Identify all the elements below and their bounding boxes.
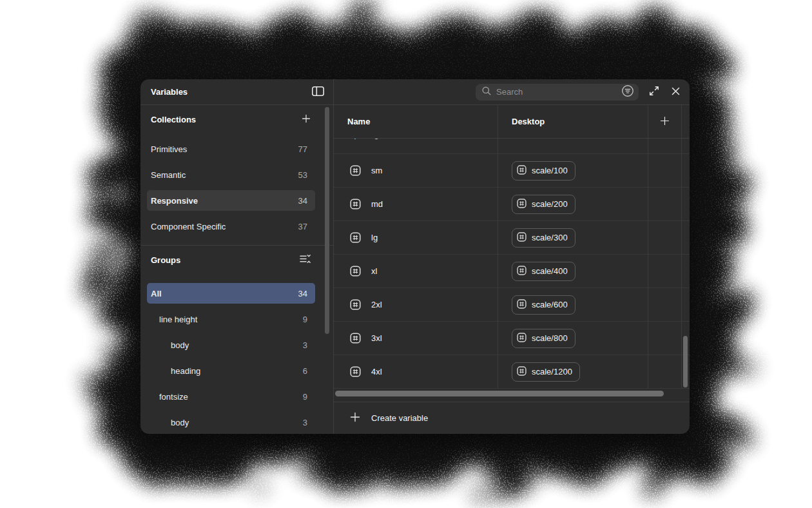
table-row[interactable]: lg scale/300 bbox=[334, 221, 690, 255]
variable-name-cell[interactable]: md bbox=[334, 188, 498, 220]
variable-token-icon bbox=[517, 165, 527, 177]
item-count: 37 bbox=[298, 222, 307, 231]
sidebar-item[interactable]: Component Specific 37 bbox=[140, 213, 333, 239]
create-variable-label: Create variable bbox=[371, 413, 428, 423]
vertical-scrollbar[interactable] bbox=[683, 336, 688, 387]
variable-value-cell[interactable]: scale/100 bbox=[498, 154, 648, 187]
sidebar-item[interactable]: Primitives 77 bbox=[140, 136, 333, 162]
value-token-label: scale/1200 bbox=[532, 367, 572, 376]
item-count: 34 bbox=[298, 289, 307, 298]
empty-cell bbox=[648, 355, 682, 388]
variable-name-cell[interactable]: lg bbox=[334, 221, 498, 254]
variable-token-icon bbox=[350, 199, 361, 210]
value-token-label: scale/400 bbox=[532, 266, 568, 276]
item-count: 3 bbox=[303, 418, 307, 427]
create-variable-button[interactable]: Create variable bbox=[334, 402, 690, 434]
value-token-pill[interactable]: scale/300 bbox=[512, 228, 575, 248]
item-count: 6 bbox=[303, 366, 307, 376]
groups-list: All 34 line height 9 bbox=[140, 280, 333, 434]
variable-name-cell[interactable]: sm bbox=[334, 154, 498, 187]
variable-value-cell[interactable]: scale/200 bbox=[498, 188, 648, 220]
sidebar-item[interactable]: body 3 bbox=[140, 332, 333, 358]
variable-token-icon bbox=[517, 333, 527, 344]
value-token-label: scale/600 bbox=[532, 300, 568, 309]
variable-value-cell[interactable]: scale/400 bbox=[498, 255, 648, 288]
horizontal-scrollbar[interactable] bbox=[335, 391, 664, 396]
value-token-pill[interactable]: scale/1200 bbox=[512, 362, 580, 382]
value-token-pill[interactable]: scale/400 bbox=[512, 262, 575, 281]
column-header-name: Name bbox=[334, 105, 498, 138]
expand-icon bbox=[648, 84, 661, 99]
variable-token-icon bbox=[350, 333, 361, 344]
value-token-pill[interactable]: scale/100 bbox=[512, 161, 575, 181]
collapse-list-icon bbox=[299, 253, 311, 266]
close-icon bbox=[670, 85, 682, 99]
table-row[interactable]: 2xl scale/600 bbox=[334, 288, 690, 322]
variable-value-cell[interactable]: scale/800 bbox=[498, 322, 648, 355]
groups-header: Groups bbox=[147, 249, 315, 270]
sidebar-item[interactable]: fontsize 9 bbox=[140, 384, 333, 409]
search-field[interactable] bbox=[476, 84, 639, 101]
variable-token-icon bbox=[350, 232, 361, 243]
table-row[interactable]: xl scale/400 bbox=[334, 255, 690, 288]
empty-cell bbox=[648, 154, 682, 187]
table-row[interactable]: md scale/200 bbox=[334, 188, 690, 221]
sidebar-item[interactable]: Semantic 53 bbox=[140, 162, 333, 188]
sidebar-item[interactable]: body 3 bbox=[140, 409, 333, 434]
sidebar-item[interactable]: Responsive 34 bbox=[140, 188, 333, 213]
collapse-groups-button[interactable] bbox=[299, 253, 311, 266]
value-token-label: scale/800 bbox=[532, 333, 568, 343]
panel-title: Variables bbox=[151, 87, 188, 97]
empty-cell bbox=[648, 288, 682, 321]
variable-name: xl bbox=[371, 266, 377, 276]
variable-name: lg bbox=[371, 233, 378, 242]
table-row[interactable]: sm scale/100 bbox=[334, 154, 690, 188]
page: Variables Collections bbox=[0, 0, 812, 508]
collections-section: Collections bbox=[140, 105, 333, 246]
value-token-label: scale/300 bbox=[532, 233, 568, 242]
add-mode-column[interactable] bbox=[648, 105, 682, 138]
search-input[interactable] bbox=[496, 87, 616, 97]
filter-icon bbox=[621, 84, 635, 100]
variable-name-cell[interactable]: xl bbox=[334, 255, 498, 288]
main-header bbox=[334, 79, 690, 105]
variables-modal: Variables Collections bbox=[140, 79, 690, 434]
plus-icon bbox=[301, 113, 311, 126]
value-token-pill[interactable]: scale/800 bbox=[512, 329, 575, 348]
table-row[interactable]: 3xl scale/800 bbox=[334, 322, 690, 355]
main-panel: Name Desktop spacing bbox=[334, 79, 690, 434]
horizontal-scrollbar-track bbox=[334, 389, 690, 402]
groups-section: Groups bbox=[140, 246, 333, 434]
variable-value-cell[interactable]: scale/1200 bbox=[498, 355, 648, 388]
value-token-pill[interactable]: scale/200 bbox=[512, 195, 575, 214]
value-token-pill[interactable]: scale/600 bbox=[512, 295, 575, 315]
variable-name-cell[interactable]: 4xl bbox=[334, 355, 498, 388]
toggle-sidebar-button[interactable] bbox=[311, 85, 325, 99]
item-count: 77 bbox=[298, 144, 307, 154]
item-count: 53 bbox=[298, 170, 307, 180]
variable-name-cell[interactable]: 3xl bbox=[334, 322, 498, 355]
close-button[interactable] bbox=[670, 85, 682, 99]
variable-token-icon bbox=[517, 366, 527, 378]
sidebar-item[interactable]: line height 9 bbox=[140, 306, 333, 332]
value-token-label: scale/100 bbox=[532, 166, 568, 175]
sidebar: Variables Collections bbox=[140, 79, 334, 434]
plus-icon bbox=[659, 115, 670, 128]
sidebar-item[interactable]: heading 6 bbox=[140, 358, 333, 384]
expand-button[interactable] bbox=[648, 84, 661, 99]
variable-name: 2xl bbox=[371, 300, 382, 309]
group-row-label: spacing bbox=[350, 139, 379, 139]
variable-value-cell[interactable]: scale/300 bbox=[498, 221, 648, 254]
partially-scrolled-group-row[interactable]: spacing bbox=[334, 139, 690, 154]
empty-cell bbox=[648, 322, 682, 355]
sidebar-item[interactable]: All 34 bbox=[140, 280, 333, 306]
add-collection-button[interactable] bbox=[301, 113, 311, 126]
variable-name: md bbox=[371, 199, 383, 209]
variable-name-cell[interactable]: 2xl bbox=[334, 288, 498, 321]
empty-cell bbox=[648, 221, 682, 254]
filter-button[interactable] bbox=[621, 84, 635, 100]
variable-value-cell[interactable]: scale/600 bbox=[498, 288, 648, 321]
sidebar-scrollbar[interactable] bbox=[325, 107, 329, 334]
table-row[interactable]: 4xl scale/1200 bbox=[334, 355, 690, 389]
value-token-label: scale/200 bbox=[532, 199, 568, 209]
